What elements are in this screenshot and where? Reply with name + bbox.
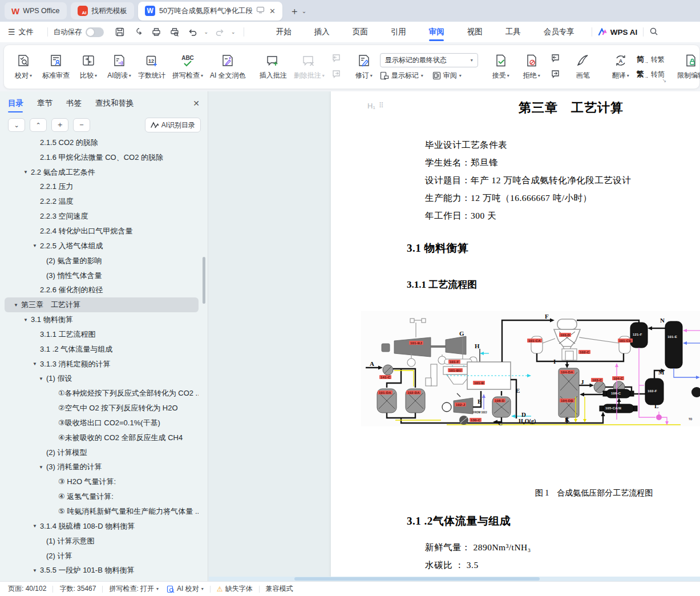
track-changes-button[interactable]: 修订▾ [349,48,379,86]
new-tab-button[interactable]: ＋ [290,5,300,18]
promote-button[interactable]: ＋ [51,118,68,132]
sidebar-scrollbar[interactable] [203,257,205,304]
toc-item[interactable]: ▼3.5.5 一段炉 101-B 物料衡算 [5,563,199,578]
toc-item[interactable]: (2) 计算 [5,549,199,563]
ai-recognize-toc-button[interactable]: AI识别目录 [145,118,201,132]
word-count-indicator[interactable]: 字数: 35467 [59,584,96,594]
toc-item[interactable]: ①各种烷烃按下列反应式全部转化为 CO2 ... [5,386,199,401]
toc-item[interactable]: 2.2.4 转化炉出口气甲烷含量 [5,224,199,239]
menu-tab-review[interactable]: 审阅 [418,22,456,42]
ai-polish-button[interactable]: AI 全文润色 [207,48,249,86]
caret-down-icon[interactable]: ▼ [33,568,40,573]
search-icon[interactable] [649,27,658,38]
sidebar-tab-bookmarks[interactable]: 书签 [66,91,82,115]
toc-item[interactable]: 2.2.2 温度 [5,194,199,209]
drag-handle-icon[interactable]: ⠿ [379,102,383,110]
toc-item[interactable]: (2) 氨含量的影响 [5,253,199,268]
word-count-button[interactable]: 12 字数统计 [135,48,168,86]
delete-comment-button[interactable]: 删除批注▾ [291,48,327,86]
expand-all-button[interactable]: ⌄ [8,118,25,132]
caret-down-icon[interactable]: ▼ [23,170,31,175]
wps-ai-button[interactable]: WPS AI [598,28,638,37]
missing-font-warning[interactable]: ⚠缺失字体 [217,584,253,594]
sidebar-tab-find-replace[interactable]: 查找和替换 [95,91,134,115]
page-indicator[interactable]: 页面: 40/102 [8,584,46,594]
menu-tab-member[interactable]: 会员专享 [532,22,586,42]
caret-down-icon[interactable]: ▼ [14,303,21,308]
previous-revision-icon[interactable] [550,54,560,65]
caret-down-icon[interactable]: ▼ [33,243,40,248]
toc-item[interactable]: 2.2.3 空间速度 [5,209,199,224]
reject-revision-button[interactable]: 拒绝▾ [517,48,547,86]
proofread-button[interactable]: 校对▾ [9,48,38,86]
toc-item[interactable]: ▼2.2.5 入塔气体组成 [5,239,199,253]
menu-tab-page[interactable]: 页面 [341,22,379,42]
menu-file[interactable]: 文件 [19,27,34,37]
collapse-all-button[interactable]: ⌃ [30,118,47,132]
traditional-to-simplified-button[interactable]: 繁→ 转简 [637,69,665,79]
toc-item[interactable]: ▼(1) 假设 [5,372,199,386]
toc-item[interactable]: ③ H2O 气量计算: [5,474,199,489]
caret-down-icon[interactable]: ▼ [39,465,46,470]
hamburger-icon[interactable]: ☰ [8,27,15,37]
compare-button[interactable]: 比较▾ [74,48,103,86]
caret-down-icon[interactable]: ▼ [33,361,40,367]
translate-button[interactable]: A 翻译▾ [606,48,636,86]
next-revision-icon[interactable] [550,70,560,80]
accept-revision-button[interactable]: 接受▾ [486,48,516,86]
toc-item[interactable]: ②空气中 O2 按下列反应转化为 H2O [5,401,199,416]
toc-item[interactable]: 2.1.5 CO2 的脱除 [5,135,199,150]
toc-item[interactable]: 2.1.6 甲烷化法微量 CO、CO2 的脱除 [5,150,199,165]
ink-pen-button[interactable]: 画笔 [568,48,598,86]
toc-item[interactable]: ▼2.2 氨合成工艺条件 [5,165,199,180]
demote-button[interactable]: － [73,118,90,132]
previous-comment-icon[interactable] [331,54,341,65]
spell-check-button[interactable]: ABC 拼写检查▾ [169,48,206,86]
menu-tab-view[interactable]: 视图 [456,22,494,42]
close-sidebar-icon[interactable]: ✕ [193,99,200,108]
ai-read-aloud-button[interactable]: AI朗读▾ [104,48,134,86]
show-markup-button[interactable]: 显示标记▾ [380,71,423,80]
close-tab-icon[interactable]: ✕ [269,7,276,15]
toc-item[interactable]: (2) 计算模型 [5,445,199,460]
toc-item[interactable]: ▼(3) 消耗量的计算 [5,460,199,475]
quickbar-caret-icon[interactable]: ⌄ [231,29,236,35]
menu-tab-reference[interactable]: 引用 [379,22,418,42]
process-flow-diagram[interactable]: 101-BJ141-C101-DA102-DA101-F101-BU101-B1… [361,311,700,426]
toc-item[interactable]: (3) 惰性气体含量 [5,268,199,283]
caret-down-icon[interactable]: ▼ [23,317,31,323]
horizontal-scrollbar-thumb[interactable] [294,577,540,581]
caret-down-icon[interactable]: ▼ [33,523,40,529]
toc-item[interactable]: 3.1 .2 气体流量与组成 [5,342,199,357]
tab-wps-home[interactable]: W WPS Office [5,2,67,19]
horizontal-scrollbar[interactable] [209,577,700,581]
standard-review-button[interactable]: 标准审查 [39,48,72,86]
markup-state-select[interactable]: 显示标记的最终状态▾ [380,53,478,67]
toc-item[interactable]: ▼3.1.4 脱硫槽 108-D 物料衡算 [5,519,199,534]
toc-item[interactable]: ▼3.1.3 消耗定额的计算 [5,357,199,372]
tab-current-document[interactable]: W 50万吨合成氨原料气净化工段 ✕ [138,2,282,21]
caret-down-icon[interactable]: ▼ [39,376,46,381]
restrict-editing-button[interactable]: 限制编辑 [674,48,700,86]
tab-list-caret-icon[interactable]: ⌄ [302,8,306,14]
toc-item[interactable]: 2.2.1 压力 [5,180,199,195]
dialog-launcher-icon[interactable]: ↘ [662,78,667,83]
tab-docer-templates[interactable]: AI 找稻壳模板 [71,2,135,19]
export-icon[interactable] [132,26,144,38]
simplified-to-traditional-button[interactable]: 简→ 转繁 [637,54,665,65]
print-icon[interactable] [151,26,162,38]
toc-item[interactable]: ▼第三章 工艺计算 [5,297,199,312]
autosave-toggle[interactable] [86,27,104,37]
print-preview-icon[interactable] [169,26,180,38]
review-pane-button[interactable]: 审阅▾ [432,71,462,80]
compatibility-mode-badge[interactable]: 兼容模式 [266,584,293,594]
menu-tab-insert[interactable]: 插入 [303,22,341,42]
sidebar-tab-toc[interactable]: 目录 [8,91,23,115]
menu-tab-start[interactable]: 开始 [265,22,303,42]
toc-item[interactable]: ④未被吸收的 CO2 全部反应生成 CH4 [5,430,199,445]
toc-item[interactable]: ⑤ 吨氨消耗新鲜气量和生产能力将气体量 ... [5,504,199,519]
next-comment-icon[interactable] [331,70,341,80]
toc-item[interactable]: ③吸收塔出口 CO2=0.1%(干基) [5,416,199,430]
undo-icon[interactable] [187,26,199,38]
toc-item[interactable]: (1) 计算示意图 [5,534,199,549]
